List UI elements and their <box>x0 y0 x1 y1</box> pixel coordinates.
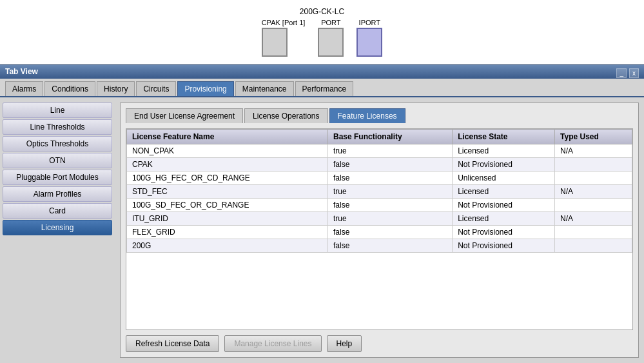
table-row: 100G_SD_FEC_OR_CD_RANGEfalseNot Provisio… <box>127 199 632 212</box>
cell-type: N/A <box>555 212 632 226</box>
cell-state: Licensed <box>453 144 555 158</box>
col-header-feature-name: License Feature Name <box>127 130 328 144</box>
tab-provisioning[interactable]: Provisioning <box>177 81 233 96</box>
sub-tab-license-operations[interactable]: License Operations <box>244 108 327 123</box>
tab-view: Tab View _ x Alarms Conditions History C… <box>0 64 644 363</box>
cell-base: true <box>327 144 452 158</box>
bottom-buttons: Refresh License Data Manage License Line… <box>126 335 633 352</box>
cell-base: false <box>327 172 452 185</box>
cell-type <box>555 239 632 253</box>
sidebar-item-card[interactable]: Card <box>3 203 112 219</box>
sub-tabs: End User License Agreement License Opera… <box>126 108 633 123</box>
col-header-license-state: License State <box>453 130 555 144</box>
cell-type <box>555 226 632 239</box>
table-row: ITU_GRIDtrueLicensedN/A <box>127 212 632 226</box>
cell-type: N/A <box>555 185 632 199</box>
sidebar-item-line[interactable]: Line <box>3 103 112 118</box>
port-port: PORT <box>318 19 344 57</box>
sidebar-item-pluggable-port-modules[interactable]: Pluggable Port Modules <box>3 170 112 185</box>
cell-feature: 100G_HG_FEC_OR_CD_RANGE <box>127 172 328 185</box>
table-row: STD_FECtrueLicensedN/A <box>127 185 632 199</box>
main-content: Line Line Thresholds Optics Thresholds O… <box>0 97 644 363</box>
content-panel: End User License Agreement License Opera… <box>115 97 644 363</box>
port-port-label: PORT <box>318 19 344 26</box>
tab-performance[interactable]: Performance <box>295 81 354 96</box>
tab-alarms[interactable]: Alarms <box>5 81 43 96</box>
license-table: License Feature Name Base Functionality … <box>126 129 632 253</box>
port-cpak: CPAK [Port 1] <box>262 19 306 57</box>
port-cpak-box <box>262 28 288 57</box>
cell-type <box>555 199 632 212</box>
cell-base: true <box>327 212 452 226</box>
port-iport-box <box>356 28 382 57</box>
sub-tab-eula[interactable]: End User License Agreement <box>126 108 243 123</box>
device-title: 200G-CK-LC <box>300 7 344 16</box>
port-cpak-label: CPAK [Port 1] <box>262 19 306 26</box>
table-row: CPAKfalseNot Provisioned <box>127 158 632 172</box>
cell-base: false <box>327 158 452 172</box>
content-inner: End User License Agreement License Opera… <box>120 103 639 358</box>
cell-feature: 100G_SD_FEC_OR_CD_RANGE <box>127 199 328 212</box>
license-table-container: License Feature Name Base Functionality … <box>126 128 633 330</box>
cell-feature: FLEX_GRID <box>127 226 328 239</box>
cell-state: Licensed <box>453 185 555 199</box>
col-header-base-functionality: Base Functionality <box>327 130 452 144</box>
sidebar-item-alarm-profiles[interactable]: Alarm Profiles <box>3 186 112 202</box>
cell-type <box>555 172 632 185</box>
tab-circuits[interactable]: Circuits <box>136 81 176 96</box>
manage-license-lines-button[interactable]: Manage License Lines <box>224 335 321 352</box>
table-row: FLEX_GRIDfalseNot Provisioned <box>127 226 632 239</box>
tab-history[interactable]: History <box>97 81 135 96</box>
sub-tab-feature-licenses[interactable]: Feature Licenses <box>329 108 405 123</box>
cell-state: Not Provisioned <box>453 199 555 212</box>
tab-maintenance[interactable]: Maintenance <box>235 81 294 96</box>
sidebar: Line Line Thresholds Optics Thresholds O… <box>0 97 115 363</box>
cell-state: Not Provisioned <box>453 158 555 172</box>
refresh-license-data-button[interactable]: Refresh License Data <box>126 335 219 352</box>
tab-view-header: Tab View _ x <box>0 64 644 79</box>
cell-feature: NON_CPAK <box>127 144 328 158</box>
cell-feature: STD_FEC <box>127 185 328 199</box>
cell-feature: 200G <box>127 239 328 253</box>
cell-base: false <box>327 239 452 253</box>
close-button[interactable]: x <box>629 68 639 78</box>
top-tabs: Alarms Conditions History Circuits Provi… <box>0 79 644 97</box>
device-ports: CPAK [Port 1] PORT IPORT <box>262 19 383 57</box>
sidebar-item-otn[interactable]: OTN <box>3 153 112 168</box>
cell-state: Not Provisioned <box>453 239 555 253</box>
sidebar-item-optics-thresholds[interactable]: Optics Thresholds <box>3 136 112 152</box>
cell-state: Unlicensed <box>453 172 555 185</box>
help-button[interactable]: Help <box>327 335 362 352</box>
cell-type: N/A <box>555 144 632 158</box>
port-iport: IPORT <box>356 19 382 57</box>
table-row: NON_CPAKtrueLicensedN/A <box>127 144 632 158</box>
cell-feature: CPAK <box>127 158 328 172</box>
diagram-area: 200G-CK-LC CPAK [Port 1] PORT IPORT <box>0 0 644 64</box>
cell-state: Not Provisioned <box>453 226 555 239</box>
cell-type <box>555 158 632 172</box>
tab-conditions[interactable]: Conditions <box>44 81 95 96</box>
table-row: 200GfalseNot Provisioned <box>127 239 632 253</box>
sidebar-item-line-thresholds[interactable]: Line Thresholds <box>3 119 112 135</box>
port-port-box <box>318 28 344 57</box>
col-header-type-used: Type Used <box>555 130 632 144</box>
tab-view-controls: _ x <box>616 68 639 78</box>
cell-base: false <box>327 199 452 212</box>
cell-feature: ITU_GRID <box>127 212 328 226</box>
cell-base: true <box>327 185 452 199</box>
minimize-button[interactable]: _ <box>616 68 627 78</box>
tab-view-title: Tab View <box>5 67 38 79</box>
table-header-row: License Feature Name Base Functionality … <box>127 130 632 144</box>
table-row: 100G_HG_FEC_OR_CD_RANGEfalseUnlicensed <box>127 172 632 185</box>
port-iport-label: IPORT <box>356 19 382 26</box>
cell-state: Licensed <box>453 212 555 226</box>
sidebar-item-licensing[interactable]: Licensing <box>3 220 112 235</box>
cell-base: false <box>327 226 452 239</box>
